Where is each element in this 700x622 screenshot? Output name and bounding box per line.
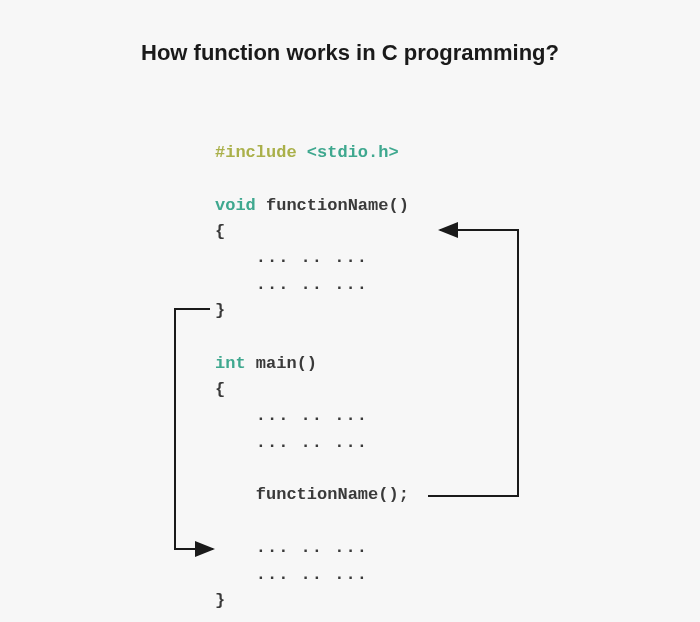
- fn-body-dots-2: ... .. ...: [215, 272, 409, 298]
- parens: (): [388, 196, 408, 215]
- blank-line: [215, 166, 409, 192]
- close-brace-main: }: [215, 588, 409, 614]
- parens-main: (): [297, 354, 317, 373]
- line-include: #include <stdio.h>: [215, 140, 409, 166]
- open-brace-fn: {: [215, 219, 409, 245]
- main-body-dots-2: ... .. ...: [215, 430, 409, 456]
- arrow-call-to-definition: [428, 230, 518, 496]
- blank-line: [215, 324, 409, 350]
- arrow-return-to-main: [175, 309, 213, 549]
- code-diagram: #include <stdio.h> void functionName() {…: [215, 140, 409, 614]
- line-fn-decl: void functionName(): [215, 193, 409, 219]
- main-body-dots-4: ... .. ...: [215, 562, 409, 588]
- blank-line: [215, 509, 409, 535]
- void-keyword: void: [215, 196, 266, 215]
- blank-line: [215, 456, 409, 482]
- open-brace-main: {: [215, 377, 409, 403]
- line-fn-call: functionName();: [215, 482, 409, 508]
- int-keyword: int: [215, 354, 256, 373]
- main-body-dots-3: ... .. ...: [215, 535, 409, 561]
- include-keyword: #include: [215, 143, 307, 162]
- line-main-decl: int main(): [215, 351, 409, 377]
- function-name: functionName: [266, 196, 388, 215]
- page-title: How function works in C programming?: [0, 0, 700, 66]
- fn-body-dots-1: ... .. ...: [215, 245, 409, 271]
- main-body-dots-1: ... .. ...: [215, 403, 409, 429]
- close-brace-fn: }: [215, 298, 409, 324]
- include-header: <stdio.h>: [307, 143, 399, 162]
- main-name: main: [256, 354, 297, 373]
